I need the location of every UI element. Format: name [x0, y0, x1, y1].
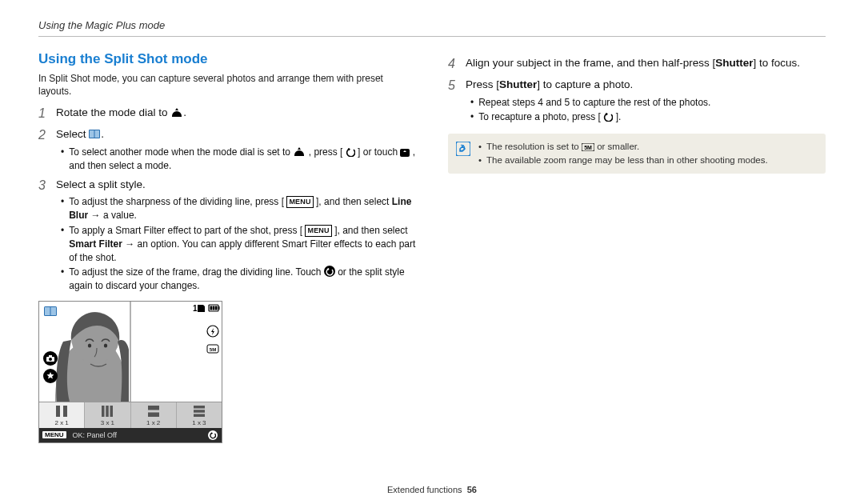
section-title: Using the Split Shot mode: [38, 51, 416, 67]
menu-icon: MENU: [305, 225, 331, 237]
split-style-option[interactable]: 3 x 1: [85, 402, 130, 428]
bullet-icon: •: [478, 140, 482, 154]
step-number: 4: [448, 56, 459, 73]
svg-point-28: [49, 358, 52, 361]
svg-text:5M: 5M: [210, 347, 216, 352]
bullet-icon: •: [61, 146, 64, 173]
svg-rect-15: [45, 307, 50, 315]
bullet-icon: •: [478, 154, 482, 167]
bullet-icon: •: [470, 110, 474, 124]
split-shot-icon: [89, 130, 101, 139]
screen-bottom-bar: MENU OK: Panel Off: [39, 428, 222, 442]
svg-rect-27: [49, 355, 52, 357]
svg-rect-33: [106, 406, 110, 417]
step-1-text: Rotate the mode dial to: [56, 106, 170, 118]
bullet-icon: •: [470, 96, 474, 110]
svg-rect-34: [110, 406, 114, 417]
svg-rect-37: [194, 406, 205, 409]
step-2-sub: • To select another mode when the mode d…: [38, 146, 416, 173]
step-3-text: Select a split style.: [56, 178, 146, 194]
mode-dial-icon: [293, 146, 306, 157]
step-5: 5 Press [Shutter] to capture a photo.: [448, 78, 826, 94]
left-column: Using the Split Shot mode In Split Shot …: [38, 51, 416, 480]
svg-rect-21: [215, 306, 218, 310]
right-column: 4 Align your subject in the frame, and t…: [448, 51, 826, 480]
svg-rect-38: [194, 410, 205, 413]
return-icon: [346, 147, 355, 157]
step-number: 1: [38, 106, 50, 122]
note-icon: [456, 142, 470, 156]
menu-icon: MENU: [286, 196, 313, 208]
svg-rect-39: [194, 414, 205, 417]
step-3-sub: • To adjust the sharpness of the dividin…: [38, 195, 416, 293]
step-5-sub: • Repeat steps 4 and 5 to capture the re…: [448, 96, 826, 125]
camera-screen-illustration: 1: [38, 301, 222, 443]
svg-rect-18: [218, 306, 220, 310]
step-1: 1 Rotate the mode dial to .: [38, 106, 416, 122]
split-style-option[interactable]: 2 x 1: [39, 402, 85, 428]
svg-rect-35: [148, 406, 159, 410]
split-style-option[interactable]: 1 x 2: [131, 402, 177, 428]
step-number: 2: [38, 127, 50, 144]
menu-chip[interactable]: MENU: [42, 431, 66, 438]
star-icon: [43, 369, 58, 383]
step-number: 3: [38, 178, 50, 194]
svg-rect-19: [210, 306, 213, 310]
step-4: 4 Align your subject in the frame, and t…: [448, 56, 826, 73]
svg-rect-30: [56, 406, 60, 417]
step-3: 3 Select a split style.: [38, 178, 416, 194]
split-style-option[interactable]: 1 x 3: [177, 402, 222, 428]
svg-rect-31: [63, 406, 67, 417]
shot-count: 1: [193, 304, 198, 313]
camera-icon: [43, 351, 58, 366]
return-icon: [603, 112, 613, 122]
step-2-text: Select: [56, 128, 89, 140]
page-header: Using the Magic Plus mode: [38, 19, 826, 37]
svg-rect-9: [130, 302, 222, 402]
svg-point-12: [88, 343, 91, 347]
step-2: 2 Select .: [38, 127, 416, 144]
svg-rect-20: [213, 306, 215, 310]
svg-rect-36: [148, 412, 159, 417]
svg-rect-32: [102, 406, 105, 417]
bullet-icon: •: [61, 266, 64, 293]
mode-dial-icon: [170, 106, 183, 118]
mode-button-icon: [400, 149, 410, 157]
split-style-bar: 2 x 1 3 x 1 1 x 2 1 x 3: [39, 402, 222, 428]
svg-point-13: [104, 343, 107, 347]
undo-icon: [324, 266, 335, 277]
page-footer: Extended functions 56: [38, 485, 826, 494]
undo-icon[interactable]: [207, 430, 218, 441]
bullet-icon: •: [61, 195, 64, 222]
ok-panel-off-label: OK: Panel Off: [73, 431, 207, 439]
step-number: 5: [448, 78, 459, 94]
page-number: 56: [467, 485, 477, 494]
footer-label: Extended functions: [387, 485, 462, 494]
bullet-icon: •: [61, 224, 64, 264]
sd-card-icon: [198, 305, 205, 312]
intro-text: In Split Shot mode, you can capture seve…: [38, 72, 416, 98]
svg-rect-16: [51, 307, 57, 315]
res-5m-icon: [582, 143, 594, 151]
note-box: • The resolution is set to or smaller. •…: [448, 134, 826, 173]
